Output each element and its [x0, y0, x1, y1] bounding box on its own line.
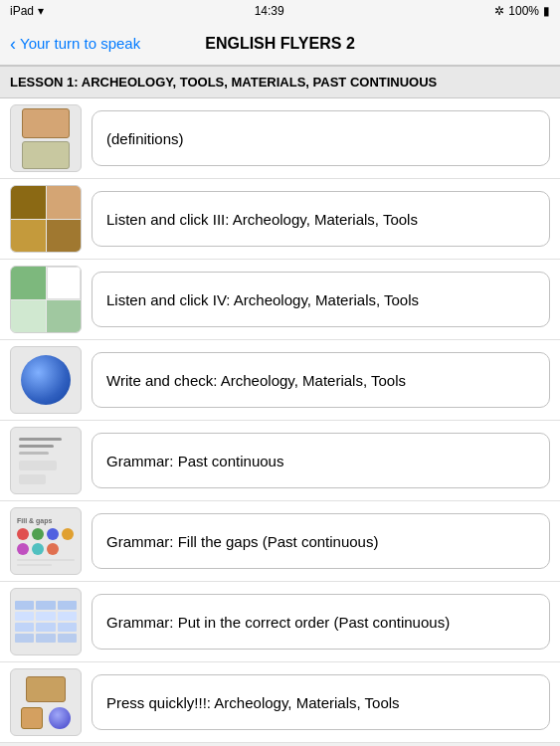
thumbnail — [10, 668, 82, 736]
lesson-button[interactable]: Grammar: Fill the gaps (Past continuous) — [92, 513, 550, 569]
lesson-button[interactable]: Press quickly!!!: Archeology, Materials,… — [92, 674, 550, 730]
thumbnail: Fill & gaps — [10, 507, 82, 575]
thumbnail — [10, 346, 82, 414]
thumb-grid2 — [11, 267, 81, 332]
list-item[interactable]: Listen and click III: Archeology, Materi… — [0, 179, 560, 260]
scroll-area[interactable]: (definitions) Listen and click III: Arch… — [0, 98, 560, 743]
button-label: (definitions) — [106, 128, 184, 149]
lesson-button[interactable]: Write and check: Archeology, Materials, … — [92, 352, 550, 408]
list-item[interactable]: Write and check: Archeology, Materials, … — [0, 340, 560, 421]
thumbnail — [10, 104, 82, 172]
button-label: Press quickly!!!: Archeology, Materials,… — [106, 692, 400, 713]
button-label: Grammar: Past continuous — [106, 451, 283, 471]
button-label: Listen and click IV: Archeology, Materia… — [106, 289, 419, 310]
nav-bar: ‹ Your turn to speak ENGLISH FLYERS 2 — [0, 22, 560, 66]
thumbnail — [10, 266, 82, 333]
bluetooth-icon: ✲ — [494, 4, 504, 18]
device-label: iPad — [10, 4, 34, 18]
list-item[interactable]: Grammar: Past continuous — [0, 421, 560, 501]
list-item[interactable]: (definitions) — [0, 98, 560, 179]
lesson-button[interactable]: Listen and click IV: Archeology, Materia… — [92, 272, 550, 327]
lesson-button[interactable]: Grammar: Put in the correct order (Past … — [92, 594, 550, 650]
battery-icon: ▮ — [543, 4, 550, 18]
list-item[interactable]: Press quickly!!!: Archeology, Materials,… — [0, 662, 560, 743]
list-item[interactable]: Grammar: Put in the correct order (Past … — [0, 582, 560, 662]
lesson-header: LESSON 1: ARCHEOLOGY, TOOLS, MATERIALS, … — [0, 66, 560, 98]
status-time: 14:39 — [255, 4, 284, 18]
thumbnail — [10, 427, 82, 494]
status-right: ✲ 100% ▮ — [494, 4, 550, 18]
thumbnail — [10, 185, 82, 253]
thumb-grid — [11, 186, 81, 252]
button-label: Grammar: Fill the gaps (Past continuous) — [106, 531, 378, 552]
wifi-icon: ▾ — [38, 4, 44, 18]
status-left: iPad ▾ — [10, 4, 44, 18]
nav-title: ENGLISH FLYERS 2 — [205, 35, 355, 53]
list-item[interactable]: Fill & gaps Grammar: Fill the gaps (Past… — [0, 501, 560, 582]
list-item[interactable]: Listen and click IV: Archeology, Materia… — [0, 260, 560, 340]
battery-label: 100% — [508, 4, 539, 18]
status-bar: iPad ▾ 14:39 ✲ 100% ▮ — [0, 0, 560, 22]
button-label: Write and check: Archeology, Materials, … — [106, 370, 406, 391]
button-label: Listen and click III: Archeology, Materi… — [106, 209, 418, 230]
lesson-button[interactable]: (definitions) — [92, 110, 550, 166]
lesson-button[interactable]: Listen and click III: Archeology, Materi… — [92, 191, 550, 247]
lesson-button[interactable]: Grammar: Past continuous — [92, 433, 550, 488]
back-label: Your turn to speak — [20, 35, 140, 52]
back-chevron-icon: ‹ — [10, 35, 16, 53]
button-label: Grammar: Put in the correct order (Past … — [106, 612, 450, 633]
thumbnail — [10, 588, 82, 655]
thumb-lines — [11, 430, 81, 492]
back-button[interactable]: ‹ Your turn to speak — [10, 35, 140, 53]
thumb-circle — [21, 355, 71, 405]
